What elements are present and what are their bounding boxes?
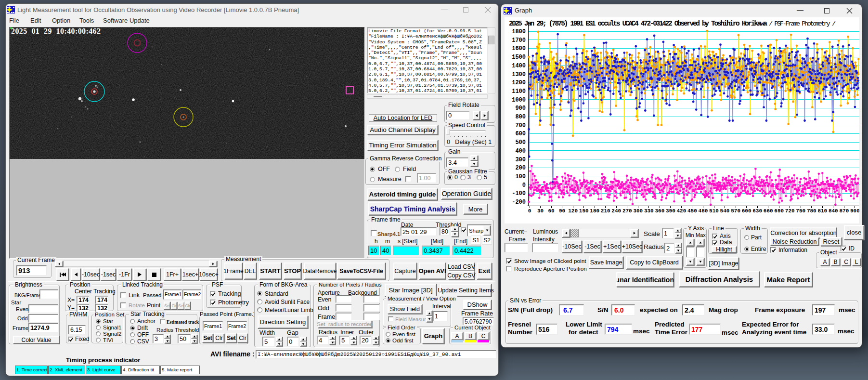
svg-text:690: 690 xyxy=(774,208,784,214)
svg-text:300: 300 xyxy=(515,157,526,163)
svg-text:270: 270 xyxy=(622,208,632,214)
svg-text:-200: -200 xyxy=(512,199,526,206)
svg-text:330: 330 xyxy=(644,208,654,214)
svg-text:90: 90 xyxy=(559,208,565,214)
svg-text:570: 570 xyxy=(731,208,740,214)
svg-text:780: 780 xyxy=(807,208,816,214)
svg-text:420: 420 xyxy=(676,208,686,214)
svg-text:500: 500 xyxy=(515,139,526,146)
svg-text:30: 30 xyxy=(537,208,544,214)
svg-text:120: 120 xyxy=(568,208,578,214)
svg-text:360: 360 xyxy=(655,208,664,214)
svg-text:900: 900 xyxy=(850,208,859,214)
svg-text:180: 180 xyxy=(590,208,599,214)
svg-text:900: 900 xyxy=(515,105,526,112)
svg-text:/ PSF-Frame Photometry /: / PSF-Frame Photometry / xyxy=(769,20,836,27)
svg-text:450: 450 xyxy=(687,208,697,214)
svg-text:1200: 1200 xyxy=(512,79,526,86)
svg-text:1400: 1400 xyxy=(512,63,526,69)
svg-text:700: 700 xyxy=(515,122,526,129)
svg-text:1700: 1700 xyxy=(512,37,526,44)
svg-text:1300: 1300 xyxy=(512,71,526,78)
svg-text:0: 0 xyxy=(522,182,526,189)
svg-text:600: 600 xyxy=(515,131,526,137)
svg-text:300: 300 xyxy=(633,208,643,214)
svg-text:870: 870 xyxy=(839,208,849,214)
svg-text:630: 630 xyxy=(752,208,762,214)
svg-text:200: 200 xyxy=(515,165,526,171)
svg-text:0: 0 xyxy=(528,208,531,214)
svg-text:720: 720 xyxy=(785,208,795,214)
svg-text:800: 800 xyxy=(515,114,526,120)
svg-text:600: 600 xyxy=(742,208,751,214)
svg-text:1000: 1000 xyxy=(512,97,526,104)
svg-text:660: 660 xyxy=(764,208,773,214)
svg-text:2025 Jan 29; (7875) 1991 ES1 o: 2025 Jan 29; (7875) 1991 ES1 occults UCA… xyxy=(509,20,767,27)
svg-text:750: 750 xyxy=(796,208,805,214)
svg-text:480: 480 xyxy=(699,208,708,214)
svg-text:150: 150 xyxy=(579,208,589,214)
svg-text:240: 240 xyxy=(611,208,621,214)
svg-text:100: 100 xyxy=(515,173,526,180)
svg-text:400: 400 xyxy=(515,148,526,155)
svg-text:510: 510 xyxy=(709,208,719,214)
svg-text:210: 210 xyxy=(601,208,610,214)
svg-text:390: 390 xyxy=(666,208,675,214)
svg-text:1100: 1100 xyxy=(512,88,526,95)
svg-text:-100: -100 xyxy=(512,190,526,197)
svg-text:1500: 1500 xyxy=(512,54,526,61)
svg-text:1800: 1800 xyxy=(512,28,526,35)
svg-text:1600: 1600 xyxy=(512,45,526,52)
svg-text:810: 810 xyxy=(817,208,827,214)
svg-text:840: 840 xyxy=(829,208,838,214)
svg-text:540: 540 xyxy=(720,208,730,214)
svg-text:60: 60 xyxy=(548,208,554,214)
